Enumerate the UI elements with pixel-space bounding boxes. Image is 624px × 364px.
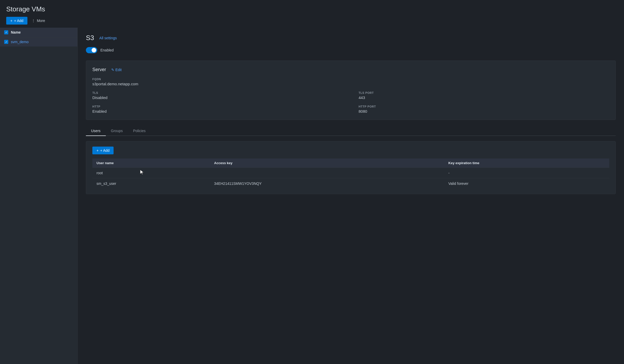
server-fields: FQDN s3portal.demo.netapp.com TLS Disabl… (92, 78, 609, 113)
table-header: User name Access key Key expiration time (92, 158, 609, 168)
http-label: HTTP (92, 105, 343, 108)
users-table-section: + + Add User name Access key Key expirat… (86, 141, 616, 194)
server-edit-link[interactable]: ✎ Edit (111, 68, 122, 72)
table-header-row: User name Access key Key expiration time (92, 158, 609, 168)
fqdn-value: s3portal.demo.netapp.com (92, 82, 609, 86)
tab-users[interactable]: Users (86, 126, 106, 136)
col-key-expiration: Key expiration time (444, 158, 609, 168)
list-panel: Name svm_demo (0, 28, 78, 364)
list-item-name: svm_demo (11, 40, 28, 44)
list-item[interactable]: svm_demo (0, 37, 77, 47)
row-username: root (92, 168, 210, 178)
add-label: + Add (14, 19, 23, 23)
table-row: sm_s3_user 34EH21411SMW1YOV3NQY Valid fo… (92, 178, 609, 189)
tls-value: Disabled (92, 95, 343, 100)
plus-icon-users: + (96, 148, 99, 153)
tab-groups[interactable]: Groups (106, 126, 128, 136)
http-port-value: 8080 (359, 109, 609, 113)
page-title: Storage VMs (6, 5, 618, 13)
http-field: HTTP Enabled (92, 105, 343, 113)
add-user-button[interactable]: + + Add (92, 147, 114, 154)
list-header-label: Name (11, 30, 21, 34)
dots-icon: ⋮ (32, 19, 35, 23)
table-body: root - sm_s3_user 34EH21411SMW1YOV3NQY V… (92, 168, 609, 189)
tls-port-field: TLS PORT 443 (359, 91, 609, 100)
header-checkbox[interactable] (4, 30, 8, 34)
more-button[interactable]: ⋮ More (32, 19, 45, 23)
tabs-nav: Users Groups Policies (86, 126, 616, 136)
enabled-toggle[interactable] (86, 47, 97, 53)
server-section: Server ✎ Edit FQDN s3portal.demo.netapp.… (86, 60, 616, 120)
row-key-expiration: - (444, 168, 609, 178)
main-content: Name svm_demo S3 All settings Enabled (0, 28, 624, 364)
server-section-header: Server ✎ Edit (92, 67, 609, 72)
fqdn-label: FQDN (92, 78, 609, 81)
add-user-label: + Add (100, 148, 109, 153)
tabs-container: Users Groups Policies + + Add User name (86, 126, 616, 194)
row-access-key: 34EH21411SMW1YOV3NQY (210, 178, 444, 189)
fqdn-field: FQDN s3portal.demo.netapp.com (92, 78, 609, 86)
row-username: sm_s3_user (92, 178, 210, 189)
pencil-icon: ✎ (111, 68, 114, 72)
table-row: root - (92, 168, 609, 178)
plus-icon: + (10, 19, 12, 23)
tls-label: TLS (92, 91, 343, 94)
page-header: Storage VMs + + Add ⋮ More (0, 0, 624, 28)
more-label: More (37, 19, 45, 23)
list-header-row: Name (0, 28, 77, 37)
enabled-toggle-row: Enabled (86, 47, 616, 53)
detail-title: S3 (86, 34, 94, 42)
row-access-key (210, 168, 444, 178)
http-value: Enabled (92, 109, 343, 113)
tls-port-value: 443 (359, 95, 609, 100)
row-key-expiration: Valid forever (444, 178, 609, 189)
all-settings-link[interactable]: All settings (99, 36, 117, 40)
page-container: Storage VMs + + Add ⋮ More Name svm_demo (0, 0, 624, 364)
toolbar: + + Add ⋮ More (6, 17, 618, 25)
edit-label: Edit (115, 68, 122, 72)
tls-port-label: TLS PORT (359, 91, 609, 94)
tls-field: TLS Disabled (92, 91, 343, 100)
http-port-field: HTTP PORT 8080 (359, 105, 609, 113)
toggle-slider (86, 47, 97, 53)
detail-panel: S3 All settings Enabled Server ✎ Edit (78, 28, 624, 364)
tab-policies[interactable]: Policies (128, 126, 151, 136)
col-access-key: Access key (210, 158, 444, 168)
col-username: User name (92, 158, 210, 168)
enabled-label: Enabled (100, 48, 114, 52)
server-section-title: Server (92, 67, 106, 72)
detail-header: S3 All settings (86, 34, 616, 42)
item-checkbox[interactable] (4, 40, 8, 44)
add-button[interactable]: + + Add (6, 17, 27, 25)
users-table: User name Access key Key expiration time… (92, 158, 609, 189)
http-port-label: HTTP PORT (359, 105, 609, 108)
